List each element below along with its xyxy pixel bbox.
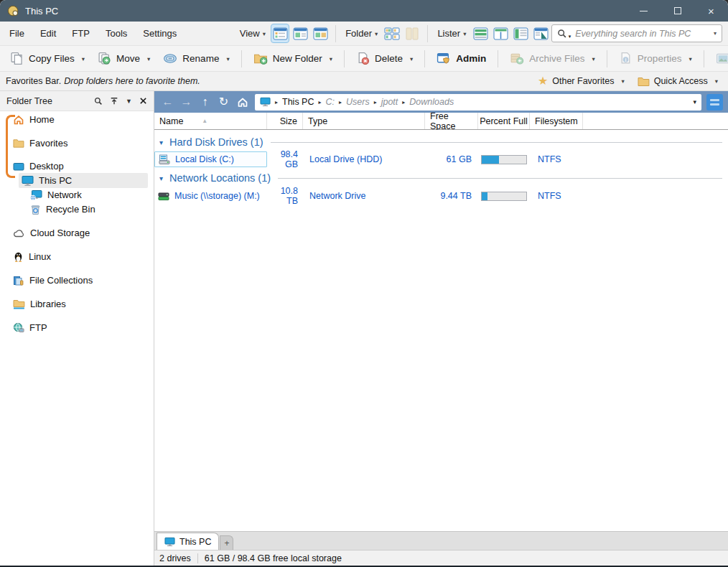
group-header-hard-disk-drives[interactable]: ▾ Hard Disk Drives (1)	[159, 135, 722, 149]
view-menu-button[interactable]: View ▾	[235, 28, 270, 39]
tree-collapse-icon[interactable]	[110, 97, 118, 106]
tree-item-linux[interactable]: Linux	[10, 249, 54, 264]
column-header-type[interactable]: Type	[303, 113, 425, 129]
properties-button[interactable]: i Properties ▾	[612, 48, 699, 70]
admin-button[interactable]: Admin	[430, 48, 493, 70]
group-header-network-locations[interactable]: ▾ Network Locations (1)	[159, 171, 722, 185]
tree-item-cloud-storage[interactable]: Cloud Storage	[10, 225, 93, 240]
maximize-button[interactable]	[661, 0, 694, 22]
lister-horizontal-button[interactable]	[471, 24, 490, 43]
tree-item-desktop[interactable]: Desktop	[10, 159, 67, 174]
chevron-down-icon: ▾	[263, 30, 266, 37]
quick-access-button[interactable]: Quick Access ▾	[633, 76, 722, 87]
view-details-button[interactable]	[271, 24, 289, 43]
table-row-local-disk-c[interactable]: Local Disk (C:) 98.4 GB Local Drive (HDD…	[154, 151, 728, 167]
lister-vertical-split-button[interactable]	[492, 24, 510, 43]
lister-tree-list-button[interactable]	[512, 24, 531, 43]
folder-menu-button[interactable]: Folder ▾	[341, 28, 382, 39]
archive-files-button[interactable]: Archive Files ▾	[503, 48, 602, 70]
separator	[704, 50, 704, 67]
drive-free-space: 9.44 TB	[425, 191, 478, 201]
tree-search-icon[interactable]	[94, 97, 103, 106]
folder-vertical-button[interactable]	[403, 24, 421, 43]
tree-item-libraries[interactable]: Libraries	[10, 296, 69, 311]
tree-item-home[interactable]: Home	[10, 112, 57, 127]
drive-type: Network Drive	[303, 191, 425, 201]
column-header-size[interactable]: Size	[267, 113, 303, 129]
tree-item-ftp[interactable]: FTP	[10, 320, 50, 335]
forward-button[interactable]: →	[177, 96, 195, 108]
table-row-music-network-drive[interactable]: Music (\\storage) (M:) 10.8 TB Network D…	[154, 188, 728, 204]
tree-item-recycle-bin[interactable]: Recycle Bin	[27, 202, 98, 217]
tab-this-pc[interactable]: This PC	[157, 533, 219, 550]
navigation-bar: ← → ↑ ↻ ▸ This PC ▸ C: ▸ Users ▸ jpott	[154, 91, 728, 113]
menu-tools[interactable]: Tools	[98, 28, 135, 39]
search-box: ▾ ▾	[551, 24, 722, 42]
separator	[427, 25, 428, 42]
column-header-filesystem[interactable]: Filesystem	[530, 113, 583, 129]
search-icon[interactable]	[557, 29, 567, 39]
tree-item-favorites[interactable]: Favorites	[10, 136, 70, 151]
menu-settings[interactable]: Settings	[135, 28, 185, 39]
tree-options-icon[interactable]: ▼	[126, 98, 132, 105]
view-list-button[interactable]	[291, 24, 309, 43]
lister-preview-button[interactable]	[532, 24, 551, 43]
lister-menu-button[interactable]: Lister ▾	[433, 28, 470, 39]
drive-filesystem: NTFS	[530, 191, 561, 201]
folder-dual-button[interactable]	[383, 24, 401, 43]
maximize-icon	[674, 7, 681, 14]
copy-files-button[interactable]: Copy Files ▾	[4, 48, 91, 70]
drive-type: Local Drive (HDD)	[303, 154, 425, 164]
delete-button[interactable]: Delete ▾	[350, 48, 419, 70]
chevron-down-icon: ▾	[689, 55, 691, 62]
other-favorites-button[interactable]: ★ Other Favorites ▾	[533, 75, 629, 87]
drive-name-cell[interactable]: Music (\\storage) (M:)	[154, 188, 267, 204]
tree-item-this-pc[interactable]: This PC	[19, 173, 148, 188]
tree-item-network[interactable]: Network	[27, 187, 85, 202]
up-button[interactable]: ↑	[196, 96, 214, 108]
breadcrumb-separator-icon: ▸	[318, 99, 321, 106]
breadcrumb-segment[interactable]: Users	[346, 97, 370, 107]
drive-name-cell[interactable]: Local Disk (C:)	[154, 151, 267, 167]
window-title: This PC	[25, 6, 58, 17]
folder-tree-panel: Folder Tree ▼ Home Favorites	[0, 91, 154, 566]
search-dropdown-icon[interactable]: ▾	[714, 30, 717, 37]
home-icon	[13, 114, 24, 126]
breadcrumb-segment[interactable]: This PC	[282, 97, 314, 107]
breadcrumb-dropdown-icon[interactable]: ▾	[693, 98, 696, 106]
dual-display-toggle-button[interactable]	[706, 94, 723, 111]
column-header-percent-full[interactable]: Percent Full	[478, 113, 530, 129]
tree-item-file-collections[interactable]: File Collections	[10, 273, 95, 288]
view-thumbnails-button[interactable]	[311, 24, 330, 43]
menu-edit[interactable]: Edit	[32, 28, 64, 39]
breadcrumb-segment[interactable]: C:	[325, 97, 335, 107]
breadcrumb-segment[interactable]: jpott	[381, 97, 398, 107]
new-tab-button[interactable]: +	[220, 535, 233, 550]
close-button[interactable]: ×	[694, 0, 728, 22]
search-type-caret-icon[interactable]: ▾	[569, 34, 571, 39]
menu-ftp[interactable]: FTP	[64, 28, 98, 39]
rename-icon	[163, 52, 177, 65]
column-header-name[interactable]: Name ▲	[154, 113, 267, 129]
back-button[interactable]: ←	[159, 96, 177, 108]
breadcrumb-segment[interactable]: Downloads	[409, 97, 454, 107]
group-collapse-icon[interactable]: ▾	[159, 139, 163, 146]
menu-file[interactable]: File	[1, 28, 32, 39]
breadcrumb[interactable]: ▸ This PC ▸ C: ▸ Users ▸ jpott ▸ Downloa…	[255, 94, 701, 111]
move-button[interactable]: Move ▾	[91, 48, 157, 70]
slideshow-button[interactable]: Slideshow ▾	[709, 48, 728, 70]
new-folder-button[interactable]: New Folder ▾	[247, 48, 339, 70]
group-collapse-icon[interactable]: ▾	[159, 174, 163, 182]
search-input[interactable]	[574, 28, 711, 39]
minimize-button[interactable]	[627, 0, 661, 22]
tree-close-icon[interactable]	[139, 97, 147, 105]
home-button[interactable]	[233, 97, 251, 108]
refresh-button[interactable]: ↻	[215, 96, 233, 108]
percent-full-bar	[481, 155, 527, 164]
command-toolbar: Copy Files ▾ Move ▾ Rename ▾ New Folder …	[0, 46, 728, 72]
status-drive-count: 2 drives	[159, 553, 198, 563]
cloud-icon	[13, 228, 25, 238]
rename-button[interactable]: Rename ▾	[157, 48, 235, 70]
percent-full-bar	[481, 192, 527, 201]
column-header-free-space[interactable]: Free Space	[425, 113, 478, 129]
